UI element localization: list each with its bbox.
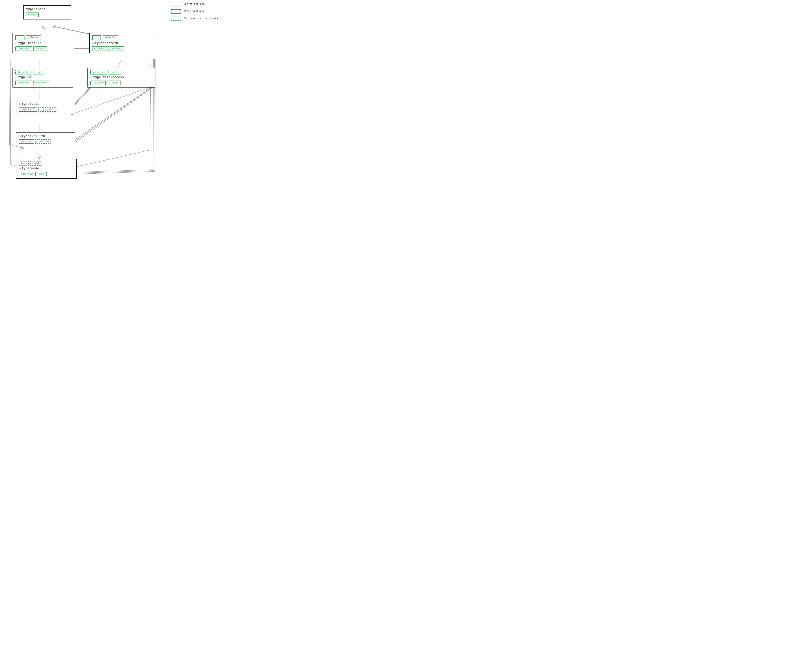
chip-util-injectable-dashed: injectable bbox=[38, 107, 56, 112]
node-title-utilfn: ↻ type:util-fn bbox=[19, 134, 72, 138]
node-title-feature: ↻ type:feature bbox=[15, 41, 70, 45]
chip-feature-dots: ... bbox=[15, 35, 24, 40]
chip-ui-pipe: pipe bbox=[34, 70, 43, 75]
chip-pattern-dots: ... bbox=[92, 35, 101, 40]
node-chips-pattern: component service bbox=[92, 46, 153, 51]
utilfn-title-text: type:util-fn bbox=[22, 134, 45, 138]
node-title-pattern: ↻ type:pattern bbox=[92, 41, 153, 45]
chip-ui-directive: directive bbox=[15, 70, 32, 75]
pattern-cycle-icon: ↻ bbox=[92, 41, 94, 45]
legend-item-often-multiple: Often multiple bbox=[171, 9, 220, 14]
legend-box-dashed bbox=[171, 16, 182, 21]
feature-top-chips: ... selector bbox=[15, 35, 70, 40]
legend-item-can-have: Can have, but not always bbox=[171, 16, 220, 21]
chip-pattern-service: service bbox=[110, 46, 124, 51]
dataaccess-top-chips: selectors events bbox=[90, 70, 153, 75]
legend-item-outofbox: Out of the box bbox=[171, 2, 220, 6]
ui-cycle-icon: ↻ bbox=[15, 76, 17, 79]
chip-model-const: const bbox=[30, 161, 41, 165]
chip-utilfn-function-dashed: function bbox=[35, 139, 51, 144]
arrow-r4 bbox=[72, 87, 151, 142]
node-type-data-access: selectors events ↻ type:data-access redu… bbox=[87, 68, 155, 87]
ui-title-text: type:ui bbox=[18, 76, 32, 79]
ui-top-chips: directive pipe bbox=[15, 70, 70, 75]
chip-da-effects: effects bbox=[107, 81, 121, 85]
pattern-title-text: type:pattern bbox=[95, 41, 118, 45]
diagram-container: Out of the box Often multiple Can have, … bbox=[0, 0, 221, 179]
node-chips-model: interface enum bbox=[19, 172, 74, 176]
node-title-util: ↻ type:util bbox=[19, 102, 72, 106]
chip-feature-selector: selector bbox=[26, 35, 41, 40]
node-title-ui: ↻ type:ui bbox=[15, 76, 70, 79]
node-title-dataaccess: ↻ type:data-access bbox=[90, 76, 153, 79]
model-top-chips: type const bbox=[19, 161, 74, 165]
chip-da-selectors: selectors bbox=[90, 70, 107, 75]
feature-cycle-icon: ↻ bbox=[15, 41, 17, 45]
arrow-r8 bbox=[72, 170, 153, 172]
node-type-event: type:event events bbox=[23, 5, 72, 20]
chip-da-reducers: reducers bbox=[90, 81, 106, 85]
arrow-r5 bbox=[72, 87, 152, 143]
chip-model-type: type bbox=[19, 161, 29, 165]
feature-title-text: type:feature bbox=[18, 41, 41, 45]
model-cycle-icon: ↻ bbox=[19, 167, 21, 170]
dataaccess-cycle-icon: ↻ bbox=[90, 76, 92, 79]
arrow-l3 bbox=[9, 91, 10, 145]
legend-label-can-have: Can have, but not always bbox=[183, 17, 220, 20]
node-type-model: type const ↻ type:model interface enum bbox=[16, 159, 77, 179]
node-chips-utilfn: function function bbox=[19, 139, 72, 144]
chip-events: events bbox=[26, 12, 39, 17]
node-type-util: ↻ type:util injectable injectable bbox=[16, 100, 75, 114]
arrow-r6 bbox=[73, 87, 153, 144]
node-type-util-fn: ↻ type:util-fn function function bbox=[16, 132, 75, 146]
utilfn-cycle-icon: ↻ bbox=[19, 134, 21, 138]
node-chips-dataaccess: reducers effects bbox=[90, 81, 153, 85]
legend-box-solid bbox=[171, 2, 182, 6]
arrow-r10 bbox=[72, 171, 154, 173]
chip-ui-component-solid: component bbox=[15, 81, 32, 85]
arrow-r3 bbox=[72, 150, 150, 168]
chip-pattern-selector: selector bbox=[103, 35, 118, 40]
node-type-feature: ... selector ↻ type:feature component se… bbox=[12, 33, 73, 54]
chip-da-events: events bbox=[108, 70, 121, 75]
chip-model-enum: enum bbox=[37, 172, 47, 176]
arrows-svg bbox=[0, 0, 221, 179]
node-chips-ui: component component bbox=[15, 81, 70, 85]
event-title-text: type:event bbox=[26, 8, 45, 11]
chip-utilfn-function-solid: function bbox=[19, 139, 34, 144]
chip-model-interface: interface bbox=[19, 172, 36, 176]
legend-box-double bbox=[171, 9, 182, 14]
model-title-text: type:model bbox=[22, 167, 41, 170]
arrow-r12 bbox=[73, 171, 155, 174]
chip-feature-service: service bbox=[33, 46, 47, 51]
node-chips-feature: component service bbox=[15, 46, 70, 51]
util-title-text: type:util bbox=[22, 102, 39, 106]
util-cycle-icon: ↻ bbox=[19, 102, 21, 106]
arrow-l1 bbox=[10, 59, 11, 164]
legend-label-often-multiple: Often multiple bbox=[183, 10, 205, 13]
legend: Out of the box Often multiple Can have, … bbox=[171, 2, 220, 21]
node-type-pattern: ... selector ↻ type:pattern component se… bbox=[89, 33, 155, 54]
chip-pattern-component: component bbox=[92, 46, 109, 51]
chip-util-injectable-solid: injectable bbox=[19, 107, 37, 112]
node-type-ui: directive pipe ↻ type:ui component compo… bbox=[12, 68, 73, 87]
pattern-top-chips: ... selector bbox=[92, 35, 153, 40]
node-chips-event: events bbox=[26, 12, 69, 17]
node-title-model: ↻ type:model bbox=[19, 167, 74, 170]
chip-ui-component-dashed: component bbox=[33, 81, 50, 85]
node-chips-util: injectable injectable bbox=[19, 107, 72, 112]
dataaccess-title-text: type:data-access bbox=[93, 76, 124, 79]
node-title-event: type:event bbox=[26, 8, 69, 11]
arrow-r1 bbox=[72, 87, 150, 114]
chip-feature-component: component bbox=[15, 46, 32, 51]
legend-label-outofbox: Out of the box bbox=[183, 3, 205, 6]
